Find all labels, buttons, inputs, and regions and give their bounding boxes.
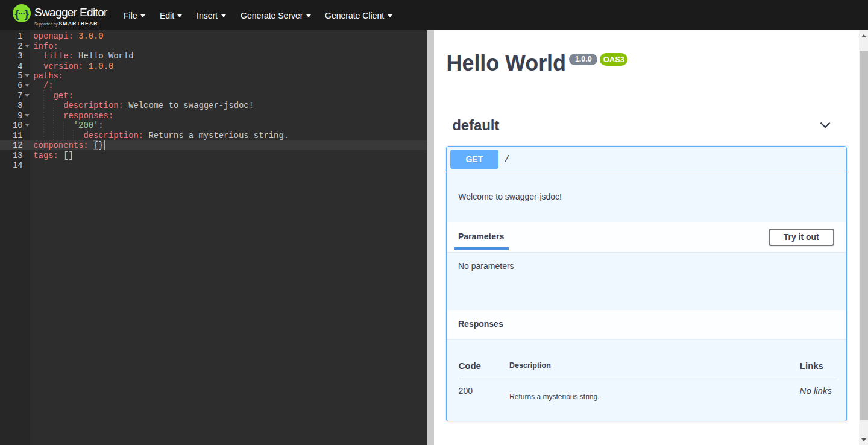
svg-text:{: {	[15, 7, 19, 20]
svg-text:}: }	[25, 7, 30, 20]
